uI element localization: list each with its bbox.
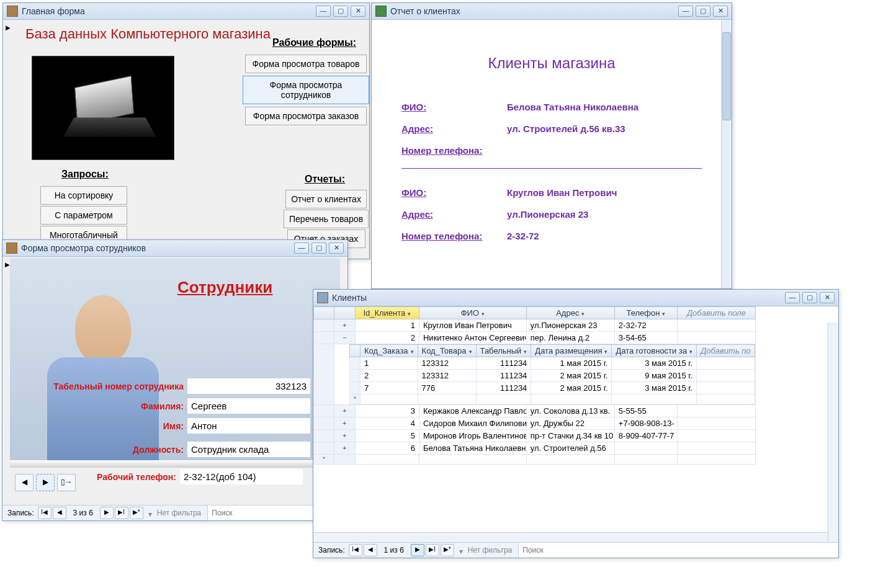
add-field-column[interactable]: Добавить поле (678, 307, 756, 319)
view-orders-form-button[interactable]: Форма просмотра заказов (245, 107, 367, 125)
position-label: Должность: (10, 445, 187, 455)
record-position-input[interactable] (68, 508, 99, 518)
table-row[interactable]: +1Круглов Иван Петровичул.Пионерская 232… (314, 319, 756, 332)
col-phone[interactable]: Телефон (614, 307, 677, 319)
firstname-label: Имя: (10, 421, 187, 431)
report-window: Отчет о клиентах — ▢ ✕ Клиенты магазина … (371, 2, 732, 289)
search-input[interactable] (518, 543, 838, 558)
maximize-button[interactable]: ▢ (802, 292, 817, 303)
report-window-title: Отчет о клиентах (390, 6, 678, 16)
emp-heading: Сотрудники (177, 278, 272, 297)
prev-record-button[interactable]: ◀ (364, 544, 377, 556)
table-row[interactable]: 77761112342 мая 2015 г.3 мая 2015 г. (350, 382, 755, 394)
first-record-button[interactable]: I◀ (38, 507, 52, 519)
table-row[interactable]: +4Сидоров Михаил Филиповичул. Дружбы 22+… (314, 417, 756, 430)
queries-section-header: Запросы: (61, 169, 109, 180)
sub-corner[interactable] (350, 345, 361, 357)
scrollbar-thumb[interactable] (722, 32, 731, 120)
tabnum-input[interactable] (187, 378, 310, 394)
record-separator (401, 168, 702, 169)
close-button[interactable]: ✕ (820, 292, 835, 303)
record-nav-buttons: ◀ ▶ ▯→ (15, 474, 76, 491)
next-record-button[interactable]: ▶ (411, 544, 424, 556)
filter-indicator[interactable]: ▾Нет фильтра (145, 509, 205, 517)
table-row[interactable]: 11233121112341 мая 2015 г.3 мая 2015 г. (350, 357, 755, 370)
main-window-title: Главная форма (22, 6, 316, 16)
new-record-button[interactable]: ▶* (130, 507, 143, 519)
close-button[interactable]: ✕ (329, 243, 344, 254)
record-selector-icon[interactable] (6, 22, 12, 29)
phone-label: Номер телефона: (401, 145, 507, 156)
maximize-button[interactable]: ▢ (696, 6, 710, 17)
expand-row-button[interactable]: + (334, 442, 356, 455)
table-row[interactable]: −2Никитенко Антон Сергеевичпер. Ленина д… (314, 332, 756, 344)
prev-record-button[interactable]: ◀ (53, 507, 66, 519)
clients-report-button[interactable]: Отчет о клиентах (285, 190, 367, 208)
close-button[interactable]: ✕ (351, 6, 365, 17)
products-list-button[interactable]: Перечень товаров (284, 210, 369, 228)
clients-titlebar[interactable]: Клиенты — ▢ ✕ (313, 290, 838, 306)
minimize-button[interactable]: — (316, 6, 331, 17)
new-record-button[interactable]: ▶* (441, 544, 454, 556)
collapse-row-button[interactable]: − (334, 332, 356, 344)
col-fio[interactable]: ФИО (419, 307, 526, 319)
table-row[interactable]: +3Кержаков Александр Павловичул. Соколов… (314, 405, 756, 417)
fio-label: ФИО: (401, 102, 507, 112)
expand-row-button[interactable]: + (334, 430, 356, 442)
maximize-button[interactable]: ▢ (333, 6, 348, 17)
lastname-input[interactable] (187, 398, 310, 414)
workphone-input[interactable] (180, 469, 303, 484)
table-row[interactable]: +6Белова Татьяна Николаевнаул. Строителе… (314, 442, 756, 455)
subcol-ready[interactable]: Дата готовности за (612, 345, 697, 357)
record-position-input[interactable] (379, 545, 410, 555)
selectall-corner[interactable] (314, 307, 334, 319)
maximize-button[interactable]: ▢ (311, 243, 326, 254)
report-body: Клиенты магазина ФИО:Белова Татьяна Нико… (372, 20, 732, 288)
new-row[interactable]: * (314, 455, 756, 465)
nav-prev-button[interactable]: ◀ (15, 474, 34, 491)
first-record-button[interactable]: I◀ (349, 544, 362, 556)
minimize-button[interactable]: — (678, 6, 693, 17)
emp-titlebar[interactable]: Форма просмотра сотрудников — ▢ ✕ (2, 240, 347, 257)
col-idclient[interactable]: Id_Клиента (355, 307, 419, 319)
param-query-button[interactable]: С параметром (40, 206, 127, 225)
vertical-scrollbar[interactable] (721, 20, 732, 288)
new-sub-row[interactable]: * (350, 394, 755, 404)
form-icon (7, 6, 18, 17)
col-address[interactable]: Адрес (526, 307, 614, 319)
next-record-button[interactable]: ▶ (100, 507, 114, 519)
nav-next-button[interactable]: ▶ (36, 474, 55, 491)
orders-subgrid[interactable]: Код_Заказа Код_Товара Табельный Дата раз… (349, 344, 755, 404)
main-titlebar[interactable]: Главная форма — ▢ ✕ (3, 3, 369, 20)
laptop-base (63, 117, 156, 136)
firstname-input[interactable] (187, 418, 310, 434)
last-record-button[interactable]: ▶I (426, 544, 439, 556)
subcol-placed[interactable]: Дата размещения (531, 345, 612, 357)
nav-exit-button[interactable]: ▯→ (57, 474, 76, 491)
subcol-prodid[interactable]: Код_Товара (418, 345, 476, 357)
subcol-orderid[interactable]: Код_Заказа (360, 345, 418, 357)
sort-query-button[interactable]: На сортировку (40, 186, 127, 205)
table-row[interactable]: +5Миронов Игорь Валентиновичпр-т Стачки … (314, 430, 756, 442)
clients-grid[interactable]: Id_Клиента ФИО Адрес Телефон Добавить по… (313, 306, 756, 465)
view-employees-form-button[interactable]: Форма просмотра сотрудников (243, 76, 369, 104)
report-icon (375, 6, 387, 17)
vertical-scrollbar[interactable] (828, 323, 838, 543)
last-record-button[interactable]: ▶I (115, 507, 128, 519)
report-titlebar[interactable]: Отчет о клиентах — ▢ ✕ (372, 3, 732, 20)
expand-row-button[interactable]: + (334, 417, 356, 430)
sub-add-field[interactable]: Добавить по (697, 345, 755, 357)
filter-indicator[interactable]: ▾Нет фильтра (455, 546, 516, 555)
minimize-button[interactable]: — (294, 243, 309, 254)
subcol-tabnum[interactable]: Табельный (476, 345, 531, 357)
expand-row-button[interactable]: + (334, 405, 356, 417)
table-row[interactable]: 21233121112342 мая 2015 г.9 мая 2015 г. (350, 370, 755, 382)
expand-row-button[interactable]: + (334, 319, 356, 332)
sys-buttons: — ▢ ✕ (785, 292, 835, 303)
position-input[interactable] (187, 442, 310, 457)
horizontal-scrollbar[interactable] (313, 532, 828, 543)
view-products-form-button[interactable]: Форма просмотра товаров (245, 55, 367, 73)
fio-value: Круглов Иван Петрович (507, 187, 617, 198)
minimize-button[interactable]: — (785, 292, 800, 303)
close-button[interactable]: ✕ (713, 6, 728, 17)
